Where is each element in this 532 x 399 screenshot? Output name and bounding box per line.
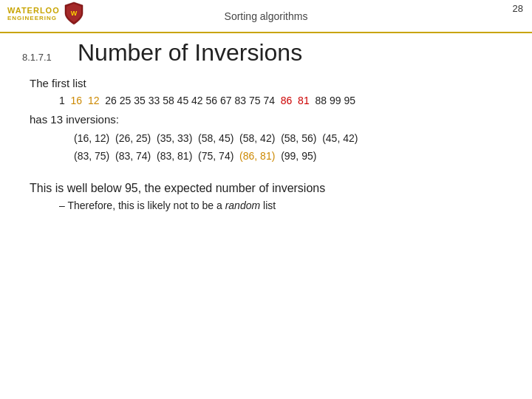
page-title: Number of Inversions xyxy=(78,39,302,66)
num-12: 12 xyxy=(88,95,100,106)
first-list-label: The first list xyxy=(30,77,510,89)
bullet-item: Therefore, this is likely not to be a ra… xyxy=(59,200,510,211)
logo-text: WATERLOO ENGINEERING xyxy=(7,6,60,21)
num-81: 81 xyxy=(298,95,310,106)
slide-number: 28 xyxy=(513,3,523,14)
inversions-label: has 13 inversions: xyxy=(30,113,510,126)
inversions-row1: (16, 12) (26, 25) (35, 33) (58, 45) (58,… xyxy=(74,130,510,148)
summary-text: This is well below 95, the expected numb… xyxy=(30,182,510,195)
shield-icon: W xyxy=(64,1,83,25)
inv-highlight: (86, 81) xyxy=(239,150,275,162)
logo-area: WATERLOO ENGINEERING W xyxy=(7,1,83,25)
num-16: 16 xyxy=(71,95,83,106)
inversions-row2: (83, 75) (83, 74) (83, 81) (75, 74) (86,… xyxy=(74,148,510,166)
header-title: Sorting algorithms xyxy=(225,10,308,22)
section-label: 8.1.7.1 xyxy=(22,52,63,63)
number-list: 1 16 12 26 25 35 33 58 45 42 56 67 83 75… xyxy=(59,92,510,109)
inversions-list: (16, 12) (26, 25) (35, 33) (58, 45) (58,… xyxy=(74,130,510,166)
logo-waterloo: WATERLOO xyxy=(7,6,60,15)
header: WATERLOO ENGINEERING W Sorting algorithm… xyxy=(0,0,532,32)
num-86: 86 xyxy=(281,95,293,106)
content-area: 8.1.7.1 Number of Inversions The first l… xyxy=(0,39,532,211)
header-divider xyxy=(0,32,532,33)
svg-text:W: W xyxy=(70,10,77,17)
logo-engineering: ENGINEERING xyxy=(7,15,60,21)
